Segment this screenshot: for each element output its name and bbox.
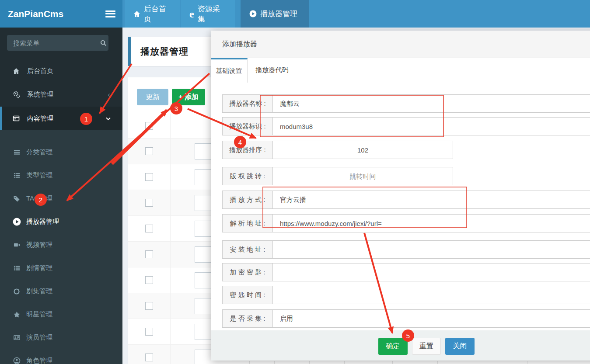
sidebar-item-plot[interactable]: 剧情管理: [0, 257, 122, 280]
angle-left-icon: ‹: [108, 90, 110, 99]
field-label: 解 析 地 址 :: [223, 215, 273, 232]
row-checkbox[interactable]: [145, 225, 153, 232]
field-label: 播放器排序 :: [223, 141, 273, 159]
field-row-parse-url: 解 析 地 址 :: [222, 214, 590, 232]
confirm-button[interactable]: 确定: [378, 338, 408, 355]
sidebar-item-player[interactable]: 播放器管理: [0, 210, 122, 233]
key-time-input[interactable]: [273, 286, 590, 304]
row-checkbox[interactable]: [145, 328, 153, 336]
tab-player-code[interactable]: 播放器代码: [248, 58, 297, 82]
modal-title: 添加播放器: [222, 40, 257, 49]
bars-icon: [12, 149, 21, 156]
sidebar: 后台首页 系统管理 ‹ 内容管理 分类管理: [0, 28, 122, 364]
home-icon: [133, 10, 140, 17]
collect-enabled-input[interactable]: [273, 310, 590, 327]
row-checkbox[interactable]: [145, 276, 153, 284]
sidebar-item-tag[interactable]: TAG管理: [0, 187, 122, 210]
list-icon: [12, 265, 21, 271]
sidebar-item-actor[interactable]: 演员管理: [0, 326, 122, 349]
user-icon: [12, 357, 21, 364]
parse-url-input[interactable]: [273, 215, 590, 232]
app-window: 播放器管理 更新 +添加: [0, 0, 590, 364]
gears-icon: [12, 91, 20, 98]
field-label: 播 放 方 式 :: [223, 191, 273, 208]
copyright-jump-input[interactable]: [273, 167, 453, 185]
sidebar-item-dashboard[interactable]: 后台首页: [0, 59, 122, 83]
field-row-player-name: 播放器名称 :: [222, 94, 590, 113]
sidebar-search-input[interactable]: [7, 35, 100, 51]
row-checkbox[interactable]: [145, 250, 153, 258]
sidebar-item-system[interactable]: 系统管理 ‹: [0, 83, 122, 106]
sidebar-item-video[interactable]: 视频管理: [0, 233, 122, 257]
star-icon: [12, 311, 21, 318]
field-label: 播放器标识 :: [223, 118, 273, 135]
play-circle-icon: [249, 10, 257, 17]
list-icon: [12, 172, 21, 179]
play-circle-icon: [12, 218, 21, 226]
nav-tab-resource-collect[interactable]: e 资源采集: [181, 0, 235, 28]
field-row-collect-enabled: 是 否 采 集 :: [222, 309, 590, 328]
video-icon: [12, 242, 21, 248]
field-row-player-code: 播放器标识 :: [222, 117, 590, 135]
table-bottom-strip: [211, 361, 590, 364]
nav-tab-dashboard[interactable]: 后台首页: [125, 0, 180, 28]
install-url-input[interactable]: [273, 241, 590, 258]
sidebar-submenu: 分类管理 类型管理 TAG管理 播放器管理: [0, 130, 122, 364]
field-label: 密 匙 时 间 :: [223, 286, 273, 304]
modal-tabs: 基础设置 播放器代码: [211, 58, 590, 82]
player-sort-input[interactable]: [273, 141, 453, 159]
sidebar-toggle-button[interactable]: [100, 0, 121, 28]
field-label: 是 否 采 集 :: [223, 310, 273, 327]
add-player-modal: 添加播放器 基础设置 播放器代码 播放器名称 : 播放器标识 : 播放器排序 :…: [211, 31, 590, 361]
field-label: 播放器名称 :: [223, 95, 273, 112]
field-label: 版 权 跳 转 :: [223, 167, 273, 185]
select-all-checkbox[interactable]: [145, 122, 153, 130]
tab-basic-settings[interactable]: 基础设置: [211, 58, 248, 83]
close-button[interactable]: 关闭: [445, 338, 475, 355]
circle-icon: [12, 288, 21, 295]
player-code-input[interactable]: [273, 118, 590, 135]
row-checkbox[interactable]: [145, 354, 153, 361]
field-label: 加 密 密 匙 :: [223, 263, 273, 281]
browser-icon: e: [189, 9, 194, 19]
idcard-icon: [12, 334, 21, 341]
row-checkbox[interactable]: [145, 147, 153, 155]
nav-tab-player-manage[interactable]: 播放器管理: [241, 0, 309, 28]
field-label: 安 装 地 址 :: [223, 241, 273, 258]
add-button[interactable]: +添加: [172, 89, 205, 105]
top-navbar: ZanPianCms 后台首页 e 资源采集 播放器管理: [0, 0, 590, 28]
field-row-copyright-jump: 版 权 跳 转 :: [222, 167, 453, 185]
update-button[interactable]: 更新: [137, 89, 168, 105]
plus-icon: +: [178, 93, 182, 101]
reset-button[interactable]: 重置: [412, 338, 441, 355]
sidebar-item-content[interactable]: 内容管理: [0, 107, 122, 130]
row-checkbox[interactable]: [145, 199, 153, 207]
play-mode-input[interactable]: [273, 191, 590, 208]
sidebar-item-role[interactable]: 角色管理: [0, 349, 122, 364]
chevron-down-icon: [105, 116, 111, 121]
field-row-play-mode: 播 放 方 式 :: [222, 191, 590, 209]
encrypt-key-input[interactable]: [273, 263, 590, 281]
sidebar-search: [7, 35, 108, 51]
player-name-input[interactable]: [273, 95, 590, 112]
field-row-encrypt-key: 加 密 密 匙 :: [222, 263, 590, 281]
search-button[interactable]: [100, 35, 108, 51]
sidebar-item-type[interactable]: 类型管理: [0, 164, 122, 187]
sidebar-item-category[interactable]: 分类管理: [0, 141, 122, 164]
row-checkbox[interactable]: [145, 173, 153, 181]
field-row-install-url: 安 装 地 址 :: [222, 240, 590, 259]
tags-icon: [12, 195, 21, 202]
modal-header: 添加播放器: [211, 31, 590, 58]
row-checkbox[interactable]: [145, 302, 153, 310]
home-icon: [12, 68, 20, 75]
sidebar-item-star[interactable]: 明星管理: [0, 303, 122, 326]
page-title: 播放器管理: [131, 45, 189, 58]
content-icon: [12, 115, 20, 122]
field-row-player-sort: 播放器排序 :: [222, 141, 453, 159]
sidebar-item-episode[interactable]: 剧集管理: [0, 280, 122, 303]
modal-footer: 确定 重置 关闭: [211, 330, 590, 361]
field-row-key-time: 密 匙 时 间 :: [222, 286, 590, 304]
search-icon: [100, 40, 108, 46]
